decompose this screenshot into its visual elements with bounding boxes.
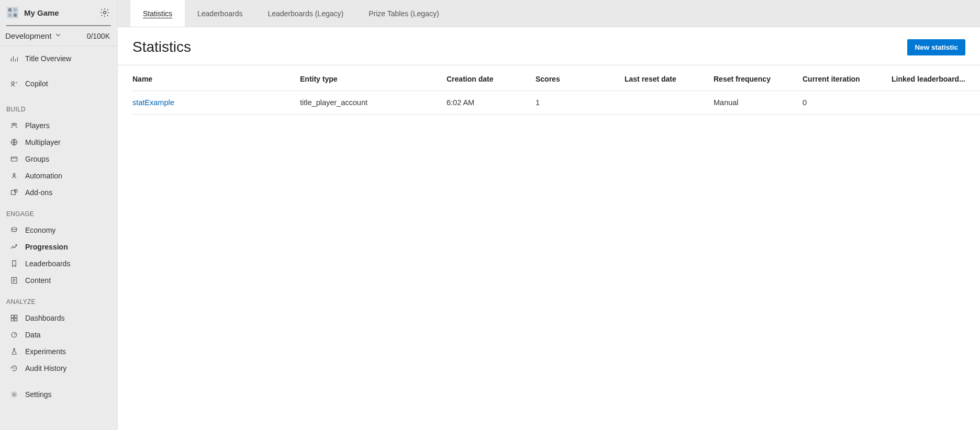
- sidebar-item-label: Economy: [25, 226, 55, 234]
- sidebar-section-analyze: ANALYZE: [0, 289, 117, 310]
- sidebar-item-players[interactable]: Players: [0, 117, 117, 134]
- sidebar-item-audit-history[interactable]: Audit History: [0, 360, 117, 377]
- sidebar-item-copilot[interactable]: Copilot: [0, 71, 117, 96]
- environment-selector[interactable]: Development: [5, 31, 62, 40]
- players-icon: [9, 121, 19, 130]
- tab-prize-tables-legacy[interactable]: Prize Tables (Legacy): [356, 0, 451, 27]
- col-name[interactable]: Name: [132, 65, 300, 91]
- sidebar: My Game Development 0/100K Title Overvie…: [0, 0, 118, 430]
- environment-count: 0/100K: [87, 32, 110, 40]
- progression-icon: [9, 242, 19, 252]
- sidebar-item-label: Dashboards: [25, 314, 65, 322]
- svg-rect-17: [15, 315, 17, 318]
- tab-bar: Statistics Leaderboards Leaderboards (Le…: [118, 0, 980, 27]
- sidebar-item-label: Experiments: [25, 347, 66, 356]
- sidebar-header: My Game: [0, 0, 117, 25]
- game-logo-icon: [6, 6, 19, 19]
- col-last-reset-date[interactable]: Last reset date: [625, 65, 714, 91]
- svg-point-7: [12, 123, 14, 126]
- statistics-table: Name Entity type Creation date Scores La…: [132, 65, 980, 115]
- tab-label: Leaderboards (Legacy): [268, 9, 343, 18]
- svg-rect-19: [15, 319, 17, 321]
- page-header: Statistics New statistic: [118, 27, 980, 65]
- col-scores[interactable]: Scores: [536, 65, 625, 91]
- svg-point-11: [13, 174, 15, 176]
- sidebar-item-content[interactable]: Content: [0, 272, 117, 289]
- svg-point-21: [13, 393, 15, 395]
- settings-icon: [9, 390, 19, 399]
- automation-icon: [9, 171, 19, 180]
- stat-name-link[interactable]: statExample: [132, 98, 174, 107]
- sidebar-item-data[interactable]: Data: [0, 326, 117, 343]
- col-creation-date[interactable]: Creation date: [447, 65, 536, 91]
- tab-label: Prize Tables (Legacy): [369, 9, 439, 18]
- cell-reset-frequency: Manual: [714, 91, 803, 115]
- sidebar-item-label: Progression: [25, 243, 68, 251]
- globe-icon: [9, 138, 19, 147]
- sidebar-item-label: Data: [25, 331, 41, 339]
- sidebar-item-title-overview[interactable]: Title Overview: [0, 46, 117, 71]
- sidebar-item-label: Content: [25, 276, 51, 285]
- svg-rect-3: [8, 14, 12, 17]
- groups-icon: [9, 154, 19, 164]
- page-title: Statistics: [132, 39, 191, 55]
- sidebar-item-progression[interactable]: Progression: [0, 239, 117, 255]
- cell-name: statExample: [132, 91, 300, 115]
- svg-rect-1: [8, 8, 12, 12]
- svg-rect-4: [14, 14, 17, 17]
- svg-rect-2: [14, 8, 17, 12]
- sidebar-item-leaderboards[interactable]: Leaderboards: [0, 255, 117, 272]
- new-statistic-button[interactable]: New statistic: [907, 39, 965, 55]
- sidebar-item-label: Settings: [25, 390, 52, 399]
- tab-label: Statistics: [143, 9, 172, 18]
- data-icon: [9, 330, 19, 340]
- sidebar-item-label: Automation: [25, 172, 62, 180]
- sidebar-item-label: Copilot: [25, 80, 48, 88]
- col-current-iteration[interactable]: Current iteration: [803, 65, 892, 91]
- sidebar-section-build: BUILD: [0, 96, 117, 117]
- cell-linked-leaderboard: [892, 91, 980, 115]
- gear-icon[interactable]: [99, 7, 110, 18]
- environment-label: Development: [5, 31, 51, 40]
- document-icon: [9, 276, 19, 285]
- game-title: My Game: [24, 8, 99, 17]
- tab-leaderboards-legacy[interactable]: Leaderboards (Legacy): [255, 0, 356, 27]
- sidebar-section-engage: ENGAGE: [0, 201, 117, 222]
- addons-icon: [9, 188, 19, 197]
- sidebar-item-groups[interactable]: Groups: [0, 151, 117, 167]
- history-icon: [9, 364, 19, 373]
- tab-statistics[interactable]: Statistics: [130, 0, 185, 27]
- sidebar-item-multiplayer[interactable]: Multiplayer: [0, 134, 117, 151]
- environment-row: Development 0/100K: [0, 26, 117, 46]
- sidebar-item-label: Groups: [25, 155, 49, 163]
- chevron-down-icon: [54, 31, 62, 40]
- table-header-row: Name Entity type Creation date Scores La…: [132, 65, 980, 91]
- cell-scores: 1: [536, 91, 625, 115]
- svg-point-6: [12, 82, 14, 84]
- svg-rect-16: [11, 315, 14, 318]
- col-entity-type[interactable]: Entity type: [300, 65, 447, 91]
- sidebar-item-settings[interactable]: Settings: [0, 386, 117, 403]
- sidebar-item-label: Leaderboards: [25, 259, 70, 268]
- sidebar-item-economy[interactable]: Economy: [0, 222, 117, 239]
- cell-current-iteration: 0: [803, 91, 892, 115]
- copilot-icon: [9, 79, 19, 88]
- sidebar-item-experiments[interactable]: Experiments: [0, 343, 117, 360]
- svg-rect-13: [15, 189, 17, 192]
- cell-creation-date: 6:02 AM: [447, 91, 536, 115]
- main-area: Statistics Leaderboards Leaderboards (Le…: [118, 0, 980, 430]
- col-reset-frequency[interactable]: Reset frequency: [714, 65, 803, 91]
- sidebar-item-dashboards[interactable]: Dashboards: [0, 310, 117, 326]
- cell-entity-type: title_player_account: [300, 91, 447, 115]
- svg-point-14: [12, 228, 17, 230]
- sidebar-item-label: Title Overview: [25, 54, 71, 63]
- tab-leaderboards[interactable]: Leaderboards: [185, 0, 255, 27]
- sidebar-item-label: Players: [25, 121, 50, 130]
- sidebar-item-addons[interactable]: Add-ons: [0, 184, 117, 201]
- sidebar-item-label: Audit History: [25, 364, 66, 372]
- table-row: statExample title_player_account 6:02 AM…: [132, 91, 980, 115]
- sidebar-item-automation[interactable]: Automation: [0, 167, 117, 184]
- svg-point-5: [104, 12, 106, 14]
- col-linked-leaderboard[interactable]: Linked leaderboard...: [892, 65, 980, 91]
- tab-label: Leaderboards: [197, 9, 242, 18]
